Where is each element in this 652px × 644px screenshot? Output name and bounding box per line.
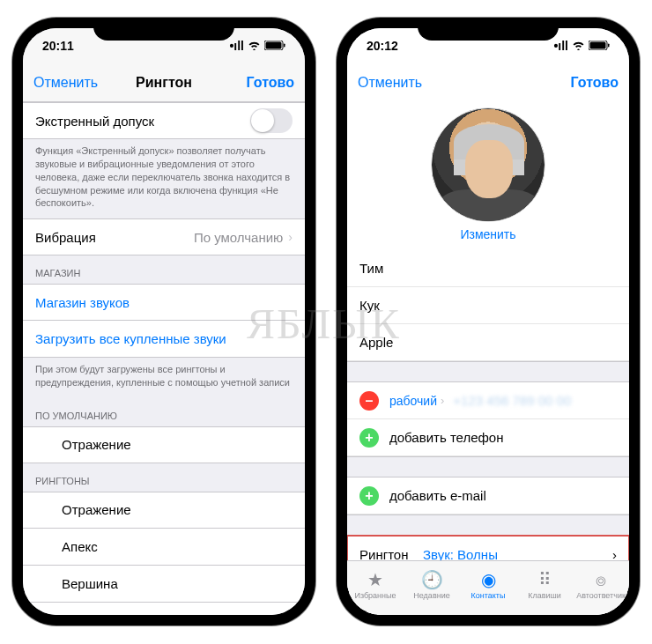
ringtone-item[interactable]: Вестник: [23, 603, 305, 615]
svg-rect-4: [590, 42, 606, 49]
ringtone-item-label: Вестник: [62, 613, 293, 615]
add-email-row[interactable]: + добавить e-mail: [347, 477, 629, 514]
default-ringtone-row[interactable]: Отражение: [23, 426, 305, 463]
tab-Контакты[interactable]: ◉Контакты: [460, 561, 516, 608]
battery-icon: [589, 39, 610, 53]
last-name-field[interactable]: Кук: [347, 287, 629, 324]
wifi-icon: [248, 39, 261, 53]
edit-photo-button[interactable]: Изменить: [460, 227, 515, 241]
tab-icon: ⌾: [596, 570, 606, 590]
tab-Избранные[interactable]: ★Избранные: [347, 561, 404, 608]
svg-rect-1: [266, 42, 282, 49]
svg-rect-5: [608, 44, 610, 48]
contact-avatar[interactable]: [431, 107, 545, 222]
tab-label: Контакты: [471, 591, 506, 600]
page-title: Рингтон: [136, 75, 192, 91]
done-button[interactable]: Готово: [247, 75, 294, 91]
ringtone-item-label: Отражение: [62, 502, 293, 517]
store-header: МАГАЗИН: [23, 255, 305, 284]
tab-icon: ⠿: [538, 569, 552, 590]
ringtone-item[interactable]: Отражение: [23, 492, 305, 529]
tab-label: Автоответчик: [576, 591, 626, 600]
ringtone-item[interactable]: Апекс: [23, 529, 305, 566]
svg-rect-2: [284, 44, 285, 48]
phone-frame-right: 20:12 •ıll Отменить Готово Изменить: [337, 18, 640, 625]
home-indicator: [435, 618, 541, 622]
ringtone-item-label: Апекс: [62, 539, 293, 554]
wifi-icon: [572, 39, 585, 53]
tab-label: Избранные: [354, 591, 396, 600]
nav-bar: Отменить Готово: [347, 63, 629, 102]
vibration-value: По умолчанию: [194, 230, 283, 245]
phone-entry-row[interactable]: – рабочий › +123 456 789 00 00: [347, 382, 629, 419]
company-field[interactable]: Apple: [347, 324, 629, 361]
tab-icon: ◉: [481, 569, 496, 590]
signal-icon: •ıll: [229, 39, 244, 53]
default-header: ПО УМОЛЧАНИЮ: [23, 398, 305, 426]
status-time: 20:11: [42, 39, 74, 53]
first-name-field[interactable]: Тим: [347, 250, 629, 287]
ringtone-value: Звук: Волны: [423, 547, 612, 562]
vibration-label: Вибрация: [35, 230, 194, 245]
notch: [93, 18, 234, 41]
notch: [418, 18, 559, 41]
emergency-bypass-label: Экстренный допуск: [35, 114, 250, 129]
cancel-button[interactable]: Отменить: [33, 75, 98, 91]
emergency-bypass-toggle[interactable]: [250, 108, 293, 133]
cancel-button[interactable]: Отменить: [358, 75, 422, 91]
tab-label: Клавиши: [528, 591, 561, 600]
add-phone-row[interactable]: + добавить телефон: [347, 419, 629, 456]
chevron-right-icon: ›: [441, 394, 444, 407]
phone-label[interactable]: рабочий: [389, 394, 437, 408]
emergency-footer: Функция «Экстренный допуск» позволяет по…: [23, 139, 305, 218]
tab-bar: ★Избранные🕘Недавние◉Контакты⠿Клавиши⌾Авт…: [347, 560, 629, 615]
tab-icon: 🕘: [421, 569, 443, 590]
tab-Недавние[interactable]: 🕘Недавние: [404, 561, 460, 608]
tab-icon: ★: [367, 569, 383, 590]
add-icon[interactable]: +: [359, 428, 379, 448]
chevron-right-icon: ›: [288, 230, 293, 244]
vibration-row[interactable]: Вибрация По умолчанию ›: [23, 218, 305, 255]
download-all-row[interactable]: Загрузить все купленные звуки: [23, 321, 305, 358]
chevron-right-icon: ›: [612, 547, 617, 562]
status-time: 20:12: [367, 39, 398, 53]
home-indicator: [111, 618, 217, 622]
battery-icon: [264, 39, 285, 53]
signal-icon: •ıll: [553, 39, 568, 53]
tone-store-row[interactable]: Магазин звуков: [23, 284, 305, 321]
phone-number-value[interactable]: +123 456 789 00 00: [453, 393, 571, 408]
tab-Автоответчик[interactable]: ⌾Автоответчик: [573, 561, 629, 608]
emergency-bypass-row[interactable]: Экстренный допуск: [23, 102, 305, 139]
tab-label: Недавние: [413, 591, 449, 600]
ringtones-header: РИНГТОНЫ: [23, 463, 305, 492]
remove-icon[interactable]: –: [359, 391, 379, 411]
add-icon[interactable]: +: [359, 486, 379, 506]
ringtone-item-label: Вершина: [62, 576, 293, 591]
tab-Клавиши[interactable]: ⠿Клавиши: [516, 561, 573, 608]
store-footer: При этом будут загружены все рингтоны и …: [23, 358, 305, 398]
done-button[interactable]: Готово: [571, 75, 619, 91]
phone-frame-left: 20:11 •ıll Отменить Рингтон Готово Экстр…: [12, 18, 315, 625]
ringtone-label: Рингтон: [359, 547, 423, 562]
nav-bar: Отменить Рингтон Готово: [23, 63, 305, 102]
ringtone-item[interactable]: Вершина: [23, 566, 305, 603]
